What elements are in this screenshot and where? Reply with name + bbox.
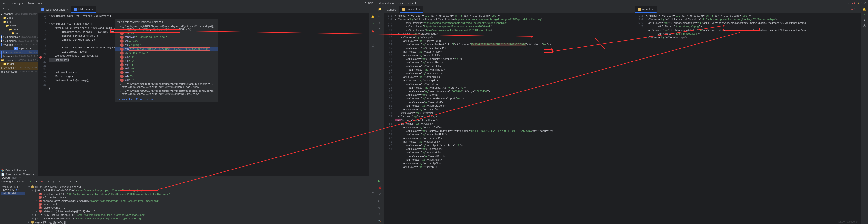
crumb[interactable]: Main (28, 2, 34, 5)
tree-item[interactable]: 📁java (0, 27, 38, 31)
database-icon[interactable]: 🗄 (371, 36, 375, 40)
scratches[interactable]: 📄Scratches and Consoles (0, 172, 38, 176)
evaluate-button[interactable]: 🖩 (69, 179, 73, 184)
bookmark-icon[interactable]: 🔖 (371, 29, 375, 33)
tree-item[interactable]: ◇pom.xml2023/8/9 15:25, 2.04 kB 4 minute… (0, 66, 38, 69)
stack-frame[interactable]: main:26, Main (1, 192, 25, 195)
variable-row[interactable]: ▾{.} 0 = {XSSFPictureData@2809} "Name: /… (27, 189, 368, 192)
tree-item[interactable]: 📁main (0, 24, 38, 27)
close-icon[interactable]: × (92, 8, 93, 11)
tree-item[interactable]: CWpsImgUtil (0, 47, 38, 50)
data-xml-tab[interactable]: data.xml× (400, 6, 423, 13)
close-icon[interactable]: × (419, 8, 420, 11)
crumb[interactable]: shale-oil-server (379, 2, 397, 5)
tree-item[interactable]: CMyimport2023/8/8 22:38, 6.14 kB Yesterd… (0, 54, 38, 58)
error-badge[interactable]: ● 4 (851, 2, 855, 5)
step-out-button[interactable]: ↑ (57, 179, 61, 184)
ai-icon[interactable]: ✓ (863, 13, 866, 16)
debugger-tab[interactable]: Debugger (1, 180, 13, 183)
code-editor[interactable]: 10 11 12 13 14 15 16 17 18 19 20 21 22 2… (38, 13, 362, 176)
debug-var-row[interactable]: fda = null (116, 31, 218, 35)
tree-item[interactable]: 📁resources2023/8/4 14:08, 1 B yesterday … (0, 58, 38, 62)
layout-icon[interactable]: ⊞ (372, 185, 374, 189)
expand-icon[interactable]: ⤢ (864, 2, 866, 5)
debug-var-row[interactable]: fsttp = "=DISPIMG(\"ID_DAF859A284094BF7A… (116, 47, 218, 51)
back-icon[interactable]: ← (842, 2, 845, 5)
maven-icon[interactable]: ⓜ (863, 24, 866, 28)
tree-item[interactable]: 📁.idea (0, 16, 38, 20)
variable-row[interactable]: ▸frelations = {LinkedHashMap@2819} size … (27, 209, 368, 213)
xml-minimap[interactable] (856, 13, 861, 224)
tree-item[interactable]: 📁src (0, 20, 38, 24)
debug-var-row[interactable]: fxxb = "2" (116, 59, 218, 63)
close-icon[interactable]: × (66, 8, 68, 11)
crumb[interactable]: rel.xml (408, 2, 416, 5)
project-icon[interactable]: 📁 (378, 8, 382, 12)
debug-var-row[interactable]: ftg = "已知 如图所示:" (116, 51, 218, 55)
set-value-link[interactable]: Set value F2 (117, 98, 132, 101)
tree-item[interactable]: CCellImages2023/8/9 19:28, 448 B 42 minu… (0, 39, 38, 43)
crumb[interactable]: java (20, 2, 24, 5)
warning-badge[interactable]: ▲ 3 (857, 2, 862, 5)
database-icon[interactable]: 🗄 (863, 19, 866, 22)
variable-row[interactable]: ▸fpackagePart = {ZipPackagePart@2816} "N… (27, 199, 368, 203)
git-branch[interactable]: ⎇ main (363, 1, 374, 5)
breakpoint-icon[interactable] (39, 56, 42, 59)
debug-var-row[interactable]: ▸ {.} 1 = {Myimport@2820} "Myimport(supe… (116, 82, 218, 89)
rel-xml-tab[interactable]: rel.xml× (635, 6, 657, 13)
variable-row[interactable]: ▸{.} 1 = {XSSFPictureData@2810} "Name: "… (27, 213, 368, 217)
debug-var-row[interactable]: fxxc = "3" (116, 63, 218, 67)
crumb[interactable]: src (3, 2, 6, 5)
step-into-button[interactable]: ↓ (51, 179, 56, 184)
variables-panel[interactable]: ▾pallPictures = {ArrayList@2805} size = … (26, 184, 369, 224)
maven-icon[interactable]: ⓜ (371, 43, 375, 48)
tree-root[interactable]: ▸shazhenD:\WorkSpace\shazhen (0, 12, 38, 16)
build-icon[interactable]: 🔨 (378, 220, 382, 224)
fwd-icon[interactable]: → (847, 2, 849, 5)
more-button[interactable]: ⋮ (74, 179, 79, 184)
project-tree[interactable]: ▸shazhenD:\WorkSpace\shazhen📁.idea📁src📁m… (0, 12, 38, 168)
problems-icon[interactable]: ⚠ (378, 213, 382, 217)
editor-tab[interactable]: WpsImgUtil.java× (38, 6, 71, 13)
variable-row[interactable]: ▸{.} 2 = {XSSFPictureData@2811} "Name: /… (27, 217, 368, 220)
run-icon[interactable]: ▶ (378, 179, 382, 184)
editor-tab[interactable]: Main.java× (71, 6, 96, 13)
console-tab[interactable]: Console (14, 180, 23, 183)
pause-button[interactable]: ⏸ (34, 179, 38, 184)
minus-icon[interactable]: − (372, 191, 374, 194)
variable-row[interactable]: frelationCounter = 0 (27, 206, 368, 209)
create-renderer-link[interactable]: Create renderer (136, 98, 155, 101)
debug-var-row[interactable]: fkslx = "多选" (116, 39, 218, 43)
debug-var-row[interactable]: fxxg = "6" (116, 78, 218, 82)
variable-row[interactable]: ▾pallPictures = {ArrayList@2805} size = … (27, 185, 368, 189)
git-icon[interactable]: ⎇ (378, 193, 382, 197)
terminal-icon[interactable]: >_ (378, 199, 382, 204)
debug-var-row[interactable]: fxxf = "5" (116, 75, 218, 78)
xml-code[interactable]: <?xmlattr"> version="1.0"attr"> encoding… (394, 13, 630, 224)
run-to-cursor-button[interactable]: →| (63, 179, 67, 184)
debug-var-row[interactable]: fstlx = "选择题" (116, 43, 218, 47)
tree-item[interactable]: 📁target (0, 62, 38, 66)
ai-icon[interactable]: ✓ (371, 22, 375, 26)
debug-var-row[interactable]: fxxe = "4" (116, 71, 218, 75)
step-over-button[interactable]: ↷ (45, 179, 50, 184)
variable-row[interactable]: fparent = null (27, 203, 368, 206)
resume-button[interactable]: ▶ (28, 179, 33, 184)
stop-button[interactable]: ■ (40, 179, 44, 184)
tree-item[interactable]: CMain2023/8/4 18:41, 1.2 kB 2 minutes ag… (0, 50, 38, 54)
tree-item[interactable]: CCellImageRels2023/8/9 19:24, 895 B 2 ho… (0, 35, 38, 39)
console-tab[interactable]: Console (384, 6, 400, 13)
crumb[interactable]: main (10, 2, 16, 5)
code-minimap[interactable] (362, 13, 369, 176)
notifications-icon[interactable]: 🔔 (371, 15, 375, 19)
close-icon[interactable]: × (652, 8, 653, 11)
debug-var-row[interactable]: ▸ {.} 2 = {Myimport@2821} "Myimport(supe… (116, 89, 218, 96)
more-tabs-icon[interactable]: ⋮ (629, 6, 635, 13)
debug-var-row[interactable]: fechoMap = {HashMap@2824} size = 0 (116, 35, 218, 39)
commit-icon[interactable]: ○ (378, 15, 382, 19)
tree-item[interactable]: 📁wps (0, 31, 38, 35)
crumb[interactable]: main (37, 2, 43, 5)
variable-row[interactable]: fisCommitted = false (27, 196, 368, 199)
variable-row[interactable]: ▸fcoreDocumentRel = "http://schemas.open… (27, 192, 368, 196)
debug-icon[interactable]: 🐞 (378, 186, 382, 190)
